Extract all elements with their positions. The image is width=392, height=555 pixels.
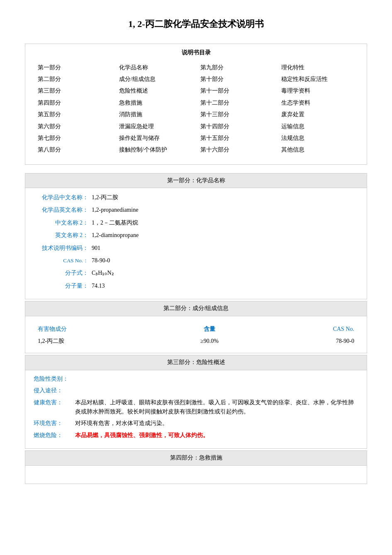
toc-left-num: 第八部分 — [34, 144, 115, 156]
toc-left-num: 第六部分 — [34, 121, 115, 132]
health-label: 健康危害： — [34, 398, 75, 407]
section2-wrapper: 第二部分：成分/组成信息 有害物成分 含量 CAS No. 1,2-丙二胺 ≥9… — [25, 301, 367, 353]
cn-name2-row: 中文名称 2： 1，2－二氨基丙烷 — [34, 218, 358, 228]
formula-row: 分子式： C₃H₁₀N₂ — [34, 268, 358, 279]
toc-row: 第一部分 化学品名称 第九部分 理化特性 — [34, 62, 358, 73]
cn-name-row: 化学品中文名称： 1,2-丙二胺 — [34, 192, 358, 203]
formula-label: 分子式： — [34, 269, 92, 278]
comp-row: 1,2-丙二胺 ≥90.0% 78-90-0 — [34, 335, 358, 347]
section1-content: 化学品中文名称： 1,2-丙二胺 化学品英文名称： 1,2-propanedia… — [25, 188, 367, 297]
mw-value: 74.13 — [92, 281, 105, 291]
toc-right-name: 生态学资料 — [277, 97, 358, 109]
mw-label: 分子量： — [34, 281, 92, 291]
health-value: 本品对粘膜、上呼吸道、眼睛和皮肤有强烈刺激性。吸入后，可因喉及支气管的痉挛、炎症… — [75, 398, 358, 417]
fire-value: 本品易燃，具强腐蚀性、强刺激性，可致人体灼伤。 — [75, 431, 358, 440]
toc-right-num: 第十三部分 — [196, 109, 278, 120]
toc-left-num: 第二部分 — [34, 73, 115, 85]
composition-table: 有害物成分 含量 CAS No. 1,2-丙二胺 ≥90.0% 78-90-0 — [34, 323, 358, 347]
entry-row: 侵入途径： — [34, 386, 358, 395]
formula-value: C₃H₁₀N₂ — [92, 269, 114, 278]
hazard-class-row: 危险性类别： — [34, 374, 358, 384]
toc-left-num: 第一部分 — [34, 62, 115, 73]
health-row: 健康危害： 本品对粘膜、上呼吸道、眼睛和皮肤有强烈刺激性。吸入后，可因喉及支气管… — [34, 398, 358, 417]
comp-col1: 有害物成分 — [34, 323, 163, 335]
toc-left-name: 接触控制/个体防护 — [115, 144, 196, 156]
toc-right-num: 第十二部分 — [196, 97, 278, 109]
section4-header: 第四部分：急救措施 — [25, 451, 367, 465]
cn-name-label: 化学品中文名称： — [34, 193, 92, 202]
toc-left-name: 操作处置与储存 — [115, 132, 196, 144]
toc-row: 第二部分 成分/组成信息 第十部分 稳定性和反应活性 — [34, 73, 358, 85]
section4-wrapper: 第四部分：急救措施 — [25, 450, 367, 484]
toc-title: 说明书目录 — [34, 48, 358, 57]
toc-row: 第三部分 危险性概述 第十一部分 毒理学资料 — [34, 85, 358, 97]
toc-right-num: 第十部分 — [196, 73, 278, 85]
section1-wrapper: 第一部分：化学品名称 化学品中文名称： 1,2-丙二胺 化学品英文名称： 1,2… — [25, 173, 367, 300]
tech-code-label: 技术说明书编码： — [34, 244, 92, 253]
toc-section: 说明书目录 第一部分 化学品名称 第九部分 理化特性 第二部分 成分/组成信息 … — [25, 44, 367, 165]
section2-content: 有害物成分 含量 CAS No. 1,2-丙二胺 ≥90.0% 78-90-0 — [25, 316, 367, 352]
toc-right-name: 理化特性 — [277, 62, 358, 73]
toc-right-name: 运输信息 — [277, 121, 358, 132]
env-row: 环境危害： 对环境有危害，对水体可造成污染。 — [34, 419, 358, 428]
en-name-value: 1,2-propanediamine — [92, 205, 138, 215]
toc-right-num: 第十一部分 — [196, 85, 278, 97]
section2-header: 第二部分：成分/组成信息 — [25, 301, 367, 315]
toc-left-num: 第三部分 — [34, 85, 115, 97]
cn-name2-label: 中文名称 2： — [34, 218, 92, 227]
page: 1, 2-丙二胺化学品安全技术说明书 说明书目录 第一部分 化学品名称 第九部分… — [0, 0, 392, 502]
toc-left-name: 危险性概述 — [115, 85, 196, 97]
toc-right-name: 其他信息 — [277, 144, 358, 156]
toc-right-num: 第十五部分 — [196, 132, 278, 144]
toc-left-name: 泄漏应急处理 — [115, 121, 196, 132]
comp-cas: 78-90-0 — [256, 335, 358, 347]
entry-label: 侵入途径： — [34, 386, 75, 395]
en-name2-label: 英文名称 2： — [34, 231, 92, 240]
toc-left-num: 第七部分 — [34, 132, 115, 144]
toc-row: 第六部分 泄漏应急处理 第十四部分 运输信息 — [34, 121, 358, 132]
hazard-class-label: 危险性类别： — [34, 374, 75, 384]
env-label: 环境危害： — [34, 419, 75, 428]
toc-left-name: 成分/组成信息 — [115, 73, 196, 85]
toc-left-num: 第五部分 — [34, 109, 115, 120]
fire-row: 燃烧危险： 本品易燃，具强腐蚀性、强刺激性，可致人体灼伤。 — [34, 431, 358, 440]
toc-right-name: 稳定性和反应活性 — [277, 73, 358, 85]
section3-content: 危险性类别： 侵入途径： 健康危害： 本品对粘膜、上呼吸道、眼睛和皮肤有强烈刺激… — [25, 370, 367, 447]
toc-row: 第五部分 消防措施 第十三部分 废弃处置 — [34, 109, 358, 120]
toc-left-name: 急救措施 — [115, 97, 196, 109]
toc-right-num: 第九部分 — [196, 62, 278, 73]
en-name-row: 化学品英文名称： 1,2-propanediamine — [34, 205, 358, 215]
toc-right-num: 第十四部分 — [196, 121, 278, 132]
toc-left-name: 消防措施 — [115, 109, 196, 120]
comp-col3: CAS No. — [256, 323, 358, 335]
en-name2-row: 英文名称 2： 1,2-diaminopropane — [34, 230, 358, 241]
toc-table: 第一部分 化学品名称 第九部分 理化特性 第二部分 成分/组成信息 第十部分 稳… — [34, 62, 358, 156]
section3-wrapper: 第三部分：危险性概述 危险性类别： 侵入途径： 健康危害： 本品对粘膜、上呼吸道… — [25, 355, 367, 449]
toc-right-name: 废弃处置 — [277, 109, 358, 120]
cn-name2-value: 1，2－二氨基丙烷 — [92, 218, 138, 227]
toc-row: 第七部分 操作处置与储存 第十五部分 法规信息 — [34, 132, 358, 144]
toc-left-name: 化学品名称 — [115, 62, 196, 73]
cas-value: 78-90-0 — [92, 256, 110, 265]
cas-row: CAS No.： 78-90-0 — [34, 255, 358, 266]
cn-name-value: 1,2-丙二胺 — [92, 193, 118, 202]
toc-right-name: 毒理学资料 — [277, 85, 358, 97]
section1-header: 第一部分：化学品名称 — [25, 174, 367, 188]
section4-content — [25, 465, 367, 482]
tech-code-row: 技术说明书编码： 901 — [34, 243, 358, 254]
main-title: 1, 2-丙二胺化学品安全技术说明书 — [25, 17, 367, 31]
comp-content: ≥90.0% — [163, 335, 256, 347]
toc-right-num: 第十六部分 — [196, 144, 278, 156]
env-value: 对环境有危害，对水体可造成污染。 — [75, 419, 358, 428]
toc-row: 第四部分 急救措施 第十二部分 生态学资料 — [34, 97, 358, 109]
fire-label: 燃烧危险： — [34, 431, 75, 440]
en-name-label: 化学品英文名称： — [34, 205, 92, 215]
section3-header: 第三部分：危险性概述 — [25, 355, 367, 369]
comp-name: 1,2-丙二胺 — [34, 335, 163, 347]
en-name2-value: 1,2-diaminopropane — [92, 231, 139, 240]
tech-code-value: 901 — [92, 244, 100, 253]
toc-left-num: 第四部分 — [34, 97, 115, 109]
comp-col2: 含量 — [163, 323, 256, 335]
toc-right-name: 法规信息 — [277, 132, 358, 144]
cas-label: CAS No.： — [34, 257, 92, 265]
